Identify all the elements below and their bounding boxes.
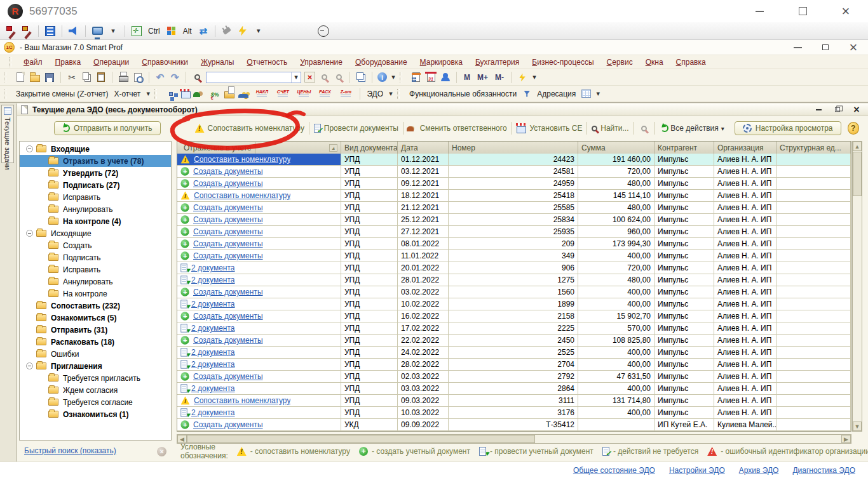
document-shortcut-button[interactable]: НАКЛ: [253, 90, 271, 98]
table-row[interactable]: 2 документа УПД 24.02.2022 2525 400,00 И…: [177, 347, 851, 359]
functional-duties-button[interactable]: Функциональные обязанности: [408, 90, 518, 98]
row-action-link[interactable]: 2 документа: [191, 324, 235, 333]
folder-documents-icon[interactable]: [224, 88, 235, 100]
calendar-icon[interactable]: [425, 72, 437, 83]
edo-dropdown-icon[interactable]: [388, 88, 394, 100]
change-responsible-button[interactable]: Сменить ответственного: [408, 123, 507, 134]
menu-item[interactable]: Правка: [50, 56, 87, 68]
currency-icon[interactable]: [209, 88, 220, 100]
fullscreen-icon[interactable]: [131, 25, 142, 37]
menu-item[interactable]: Отчетность: [241, 56, 293, 68]
row-action-link[interactable]: Сопоставить номенклатуру: [194, 396, 290, 405]
row-action-link[interactable]: 2 документа: [191, 300, 235, 309]
row-action-link[interactable]: 2 документа: [191, 348, 235, 357]
column-header-doc-type[interactable]: Вид документа: [341, 142, 398, 154]
tree-item[interactable]: Входящие: [20, 143, 171, 155]
power-dropdown-icon[interactable]: [253, 25, 264, 37]
column-header-contractor[interactable]: Контрагент: [654, 142, 714, 154]
tree-item[interactable]: Исправить: [20, 191, 171, 203]
save-icon[interactable]: [44, 72, 55, 83]
table-row[interactable]: Создать документы УПД 27.12.2021 25935 9…: [177, 226, 851, 238]
tree-item[interactable]: Ознакомиться (1): [20, 408, 171, 420]
scroll-up-icon[interactable]: ▲: [853, 142, 862, 151]
tree-item[interactable]: Исправить: [20, 263, 171, 276]
table-row[interactable]: Создать документы УПД 11.01.2022 349 400…: [177, 250, 851, 262]
tree-item[interactable]: Утвердить (72): [20, 167, 171, 179]
tree-item[interactable]: Создать: [20, 239, 171, 251]
tree-item[interactable]: Приглашения: [20, 360, 171, 372]
tree-item[interactable]: Исходящие: [20, 227, 171, 239]
memory-button[interactable]: M+: [475, 73, 490, 82]
horizontal-scroll-thumb[interactable]: [187, 435, 535, 443]
menu-item[interactable]: Сервис: [601, 56, 639, 68]
tree-item[interactable]: Аннулировать: [20, 203, 171, 215]
row-action-link[interactable]: 2 документа: [191, 360, 235, 369]
table-row[interactable]: 2 документа УПД 28.02.2022 2704 400,00 И…: [177, 359, 851, 371]
find-next-icon[interactable]: [333, 72, 344, 83]
open-windows-icon[interactable]: [355, 72, 367, 83]
table-row[interactable]: Создать документы УПД 09.12.2021 24959 4…: [177, 178, 851, 190]
horizontal-scrollbar[interactable]: ◀ ▶: [177, 434, 851, 444]
calculator-icon[interactable]: [410, 72, 422, 83]
table-row[interactable]: 2 документа УПД 28.01.2022 1275 480,00 И…: [177, 274, 851, 286]
sheet-icon[interactable]: [580, 88, 592, 100]
menu-item[interactable]: Маркировка: [414, 56, 468, 68]
tree-item[interactable]: Ждем согласия: [20, 384, 171, 396]
info-dropdown-icon[interactable]: [390, 72, 397, 83]
menu-item[interactable]: Справочники: [136, 56, 194, 68]
row-action-link[interactable]: 2 документа: [191, 408, 235, 417]
tree-item[interactable]: На контроле: [20, 288, 171, 300]
connection-tools-alt-icon[interactable]: [21, 25, 32, 37]
screen-mode-icon[interactable]: [92, 25, 103, 37]
document-shortcut-button[interactable]: СЧЕТ: [274, 90, 292, 98]
open-icon[interactable]: [29, 72, 41, 83]
sound-icon[interactable]: [68, 25, 79, 37]
start-menu-icon[interactable]: [166, 25, 177, 37]
tree-item[interactable]: Распаковать (18): [20, 336, 171, 348]
tree-item[interactable]: На контроле (4): [20, 215, 171, 227]
find-previous-icon[interactable]: [318, 72, 330, 83]
table-row[interactable]: Создать документы УПД 25.12.2021 25834 1…: [177, 214, 851, 226]
row-action-link[interactable]: 2 документа: [191, 384, 235, 393]
z-report-button[interactable]: Закрытие смены (Z-отчет): [15, 90, 109, 98]
row-action-link[interactable]: Создать документы: [193, 288, 263, 296]
tree-item[interactable]: Сопоставить (232): [20, 300, 171, 312]
row-action-link[interactable]: Сопоставить номенклатуру: [194, 155, 290, 164]
remote-maximize-button[interactable]: [796, 4, 810, 18]
blocks-icon[interactable]: [165, 88, 177, 100]
table-row[interactable]: Сопоставить номенклатуру УПД 09.03.2022 …: [177, 395, 851, 407]
store-icon[interactable]: [180, 88, 191, 100]
scroll-right-icon[interactable]: ▶: [841, 435, 851, 443]
power-icon[interactable]: [237, 25, 248, 37]
memory-button[interactable]: M: [462, 73, 472, 82]
tree-item[interactable]: Отправить (31): [20, 324, 171, 336]
undo-icon[interactable]: [154, 72, 166, 83]
copy-icon[interactable]: [81, 72, 92, 83]
row-action-link[interactable]: Создать документы: [193, 239, 263, 248]
cut-icon[interactable]: [66, 72, 78, 83]
app-minimize-button[interactable]: [792, 43, 803, 53]
table-row[interactable]: Создать документы УПД 08.01.2022 209 173…: [177, 238, 851, 250]
row-action-link[interactable]: Создать документы: [193, 251, 263, 260]
redo-icon[interactable]: [169, 72, 180, 83]
lightning-dropdown-icon[interactable]: [531, 72, 538, 83]
tree-item[interactable]: Требуется согласие: [20, 396, 171, 408]
clear-search-button[interactable]: [304, 72, 315, 83]
print-preview-icon[interactable]: [132, 72, 144, 83]
set-ce-button[interactable]: Установить СЕ: [516, 123, 582, 134]
view-settings-button[interactable]: Настройка просмотра: [735, 121, 841, 135]
table-row[interactable]: Создать документы УПД 02.03.2022 2792 47…: [177, 371, 851, 383]
table-row[interactable]: 2 документа УПД 10.02.2022 1899 400,00 И…: [177, 298, 851, 310]
footer-link[interactable]: Диагностика ЭДО: [792, 466, 855, 475]
row-action-link[interactable]: Создать документы: [193, 336, 263, 345]
remote-minimize-button[interactable]: [752, 4, 766, 18]
info-icon[interactable]: [377, 72, 387, 82]
tree-expander-icon[interactable]: [26, 230, 33, 237]
print-icon[interactable]: [118, 72, 129, 83]
addressing-dropdown-icon[interactable]: [595, 88, 601, 100]
table-row[interactable]: Сопоставить номенклатуру УПД 01.12.2021 …: [177, 154, 851, 166]
tree-item[interactable]: Требуется пригласить: [20, 372, 171, 384]
row-action-link[interactable]: Создать документы: [193, 215, 263, 224]
clear-find-icon[interactable]: [638, 123, 649, 134]
tree-item[interactable]: Ознакомиться (5): [20, 312, 171, 324]
